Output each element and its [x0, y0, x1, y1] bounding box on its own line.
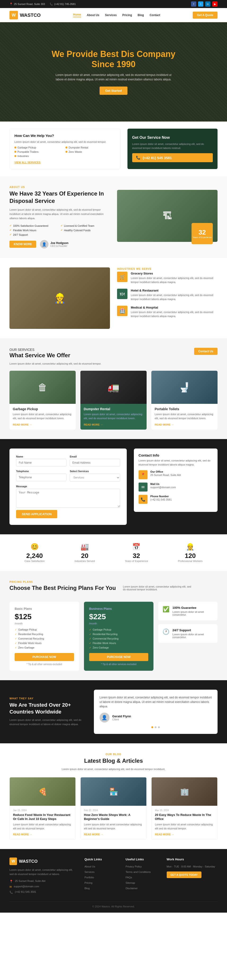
footer-about: W WASTCO Lorem ipsum dolor sit amet, con…: [10, 858, 77, 896]
see-all-link[interactable]: VIEW ALL SERVICES: [14, 161, 40, 164]
services-contact-button[interactable]: Contact Us: [194, 348, 217, 355]
linkedin-icon[interactable]: in: [205, 2, 210, 6]
business-feature: ✓ Garbage Pickup: [89, 628, 149, 631]
nav-blog[interactable]: Blog: [138, 13, 144, 17]
telephone-input[interactable]: [16, 474, 67, 481]
nav-services[interactable]: Services: [105, 13, 117, 17]
garbage-service-name: Garbage Pickup: [13, 407, 72, 411]
service-card-toilets: 🚽 Portable Toilets Lorem ipsum dolor sit…: [151, 371, 217, 430]
dot-1[interactable]: [151, 726, 153, 728]
footer-work-title: Work Hours: [167, 858, 217, 861]
phone-label-info: Phone Number: [151, 495, 171, 498]
toilets-service-link[interactable]: READ MORE →: [155, 423, 174, 426]
medical-content: Medical & Hospital Lorem ipsum dolor sit…: [131, 306, 217, 318]
about-exp-badge: 32 Years of Experience: [192, 223, 213, 244]
footer-link-privacy[interactable]: Privacy Policy: [125, 865, 142, 868]
footer-link-disclaimer[interactable]: Disclaimer: [125, 887, 138, 890]
email-input[interactable]: [70, 459, 120, 466]
blog-grid: 🍕 Jan 15, 2024 Reduce Food Waste In Your…: [10, 777, 217, 840]
blog-title: Latest Blog & Articles: [10, 757, 217, 764]
help-title: How Can We Help You?: [14, 134, 115, 138]
pricing-card-business: Business Plans $225 /month ✓ Garbage Pic…: [84, 602, 154, 671]
about-cta-button[interactable]: KNOW MORE: [10, 241, 36, 248]
about-label: ABOUT US: [10, 186, 217, 188]
business-feature: ✓ Zero Garbage: [89, 646, 149, 649]
footer-link-services[interactable]: Services: [84, 870, 94, 873]
blog-image-2: 🏪: [81, 777, 146, 806]
footer-desc: Lorem ipsum dolor sit amet, consectetur …: [10, 868, 77, 876]
get-service-box: Get Our Service Now Lorem ipsum dolor si…: [127, 129, 217, 169]
feature-item: ✓ 100% Satisfaction Guaranteed: [10, 224, 59, 227]
hero-highlight: Dis: [121, 49, 134, 59]
blog-link-1[interactable]: READ MORE →: [13, 833, 32, 836]
blog-excerpt-1: Lorem ipsum dolor sit amet consectetur a…: [13, 822, 72, 830]
help-item: Pumpable Trailers: [14, 150, 64, 153]
garbage-service-link[interactable]: READ MORE →: [13, 423, 32, 426]
footer-link-item: Terms and Conditions: [125, 870, 160, 873]
pricing-section: PRICING PLANS Choose The Best Pricing Pl…: [0, 571, 227, 680]
footer-logo: W WASTCO: [10, 858, 77, 865]
basic-plan-price: $125: [15, 612, 74, 621]
nav-contact[interactable]: Contact: [150, 13, 160, 17]
nav-pricing[interactable]: Pricing: [122, 13, 132, 17]
contact-address-item: 📍 Our Office 25 Sunset Road, Suite Abt: [138, 470, 213, 479]
footer-phone-text: (+42 81) 545 3581: [15, 890, 36, 893]
footer-cta-button[interactable]: GET A QUOTE TODAY: [167, 872, 202, 878]
footer-link-sitemap[interactable]: Sitemap: [125, 881, 135, 884]
blog-desc: Lorem ipsum dolor sit amet, consectetur …: [54, 768, 173, 770]
footer-link-item: Pricing: [84, 881, 119, 885]
blog-date-1: Jan 15, 2024: [13, 809, 72, 812]
check-icon: ✓: [10, 229, 11, 232]
business-plan-button[interactable]: PURCHASE NOW: [89, 653, 149, 661]
guarantee-label-2: 24/7 Support: [172, 628, 213, 632]
facebook-icon[interactable]: f: [191, 2, 196, 6]
footer-link-about[interactable]: About Us: [84, 865, 95, 868]
footer-link-portfolio[interactable]: Portfolio: [84, 876, 94, 879]
topbar-address: 📍 25 Sunset Road, Suite 303: [10, 3, 45, 6]
basic-plan-features: ✓ Garbage Pickup ✓ Residential Recycling…: [15, 628, 74, 649]
blog-link-2[interactable]: READ MORE →: [84, 833, 103, 836]
services-select[interactable]: Services: [70, 474, 120, 482]
check-icon: ✓: [15, 646, 17, 649]
stat-label-workers: Professional Workers: [178, 560, 202, 562]
footer-link-faq[interactable]: FAQs: [125, 876, 132, 879]
address-icon: 📍: [138, 470, 148, 479]
services-grid: 🗑 Garbage Pickup Lorem ipsum dolor sit a…: [10, 371, 217, 430]
footer-link-blog[interactable]: Blog: [84, 887, 90, 890]
dot-3[interactable]: [158, 726, 160, 728]
check-icon: ✓: [60, 224, 63, 227]
blog-body-2: Feb 22, 2024 How Zero Waste Shops Work: …: [81, 806, 146, 839]
footer-top: W WASTCO Lorem ipsum dolor sit amet, con…: [10, 858, 217, 896]
nav-about[interactable]: About Us: [87, 13, 99, 17]
basic-feature: ✓ Zero Garbage: [15, 646, 74, 649]
check-icon: ✓: [60, 229, 63, 232]
author-avatar: 👤: [40, 240, 48, 248]
help-items: Garbage Pickup Dumpster Rental Pumpable …: [14, 146, 115, 158]
basic-plan-button[interactable]: PURCHASE NOW: [15, 653, 74, 661]
name-input[interactable]: [16, 459, 67, 466]
dot-2[interactable]: [155, 726, 157, 728]
testimonial-dots: [100, 726, 212, 728]
hero-cta-button[interactable]: Get Started: [100, 86, 127, 95]
services-title: What Service We Offer: [10, 352, 101, 359]
toilets-service-body: Portable Toilets Lorem ipsum dolor sit a…: [151, 404, 217, 430]
form-submit-button[interactable]: SEND APPLICATION: [16, 510, 57, 518]
dumpster-service-body: Dumpster Rental Lorem ipsum dolor sit am…: [80, 404, 147, 430]
hero-description: Lorem ipsum dolor sit amet, consectetur …: [54, 73, 173, 82]
footer-link-item: About Us: [84, 864, 119, 868]
check-icon: ✓: [15, 633, 17, 636]
footer-link-terms[interactable]: Terms and Conditions: [125, 870, 151, 873]
youtube-icon[interactable]: ▶: [212, 2, 217, 6]
dumpster-service-link[interactable]: READ MORE →: [84, 423, 103, 426]
footer-quick-links-list: About Us Services Portfolio Pricing Blog: [84, 864, 119, 890]
contact-address-content: Our Office 25 Sunset Road, Suite Abt: [151, 470, 181, 476]
twitter-icon[interactable]: t: [198, 2, 203, 6]
nav-cta-button[interactable]: Get A Quote: [193, 11, 217, 19]
guarantee-item-1: ✅ 100% Guarantee Lorem ipsum dolor sit a…: [158, 602, 217, 620]
message-textarea[interactable]: [16, 489, 120, 508]
blog-link-3[interactable]: READ MORE →: [155, 833, 174, 836]
footer-link-pricing[interactable]: Pricing: [84, 881, 92, 884]
stat-label-experience: Years of Experience: [125, 560, 148, 562]
nav-home[interactable]: Home: [73, 13, 81, 17]
business-feature: ✓ Commercial Recycling: [89, 637, 149, 640]
